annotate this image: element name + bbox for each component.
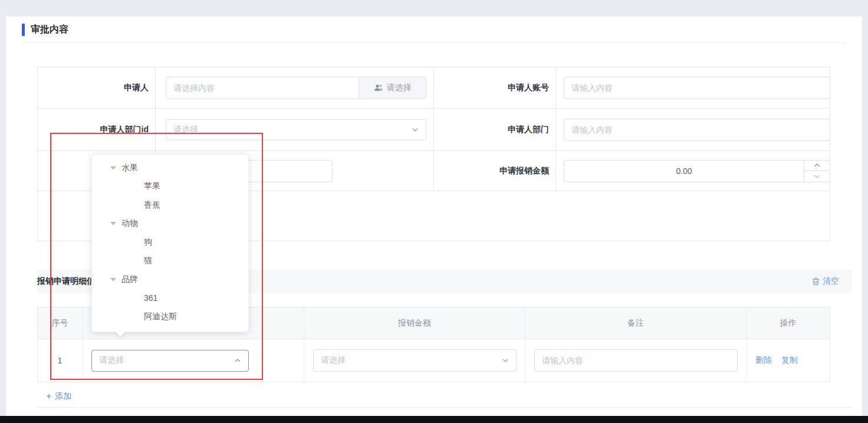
tree-node-leaf[interactable]: 苹果: [92, 178, 248, 196]
clear-button[interactable]: 清空: [812, 276, 839, 287]
title-divider: [22, 42, 846, 43]
add-row-label: 添加: [55, 391, 71, 402]
remark-input[interactable]: [534, 349, 738, 372]
bottom-dark-bar: [0, 416, 868, 423]
reimburse-amount-value[interactable]: 0.00: [564, 160, 804, 182]
column-header-operation: 操作: [747, 307, 830, 339]
tree-node-group[interactable]: 动物: [92, 215, 248, 234]
chevron-down-icon: [502, 357, 509, 364]
department-id-select[interactable]: 请选择: [166, 119, 426, 140]
delete-link[interactable]: 删除: [755, 355, 772, 366]
people-icon: [374, 84, 383, 92]
collapse-caret-icon[interactable]: [110, 278, 116, 281]
tree-node-group[interactable]: 水果: [92, 159, 248, 178]
applicant-account-input[interactable]: [564, 77, 830, 99]
amount-select-placeholder: 请选择: [321, 355, 346, 366]
chevron-up-icon: [234, 357, 241, 364]
applicant-select-button-label: 请选择: [387, 83, 412, 93]
trash-icon: [812, 277, 820, 286]
tree-node-label: 水果: [121, 163, 138, 173]
add-row-button[interactable]: + 添加: [46, 391, 71, 402]
form-row-applicant: 申请人 请选择 申请人账号: [38, 67, 830, 109]
row-index: 1: [38, 339, 83, 382]
column-header-amount: 报销金额: [304, 307, 525, 339]
plus-icon: +: [46, 392, 51, 401]
section-bottom-divider: [37, 407, 852, 408]
department-label: 申请人部门: [434, 109, 556, 150]
type-tree-select-placeholder: 请选择: [99, 355, 124, 366]
tree-node-leaf[interactable]: 猫: [92, 252, 248, 271]
applicant-select-button[interactable]: 请选择: [359, 77, 426, 99]
tree-select-dropdown: 水果 苹果 香蕉 动物 狗 猫 品牌 361 阿迪达斯: [91, 154, 249, 332]
amount-select[interactable]: 请选择: [313, 349, 517, 372]
reimburse-amount-label: 申请报销金额: [434, 151, 556, 191]
reimburse-amount-stepper: 0.00: [564, 160, 830, 182]
tree-node-leaf[interactable]: 香蕉: [92, 196, 248, 215]
title-accent-bar: [22, 24, 25, 36]
tree-node-leaf[interactable]: 狗: [92, 233, 248, 252]
department-id-label: 申请人部门id: [38, 109, 156, 150]
clear-button-label: 清空: [823, 276, 839, 287]
department-id-select-placeholder: 请选择: [173, 124, 198, 135]
tree-node-group[interactable]: 品牌: [92, 270, 248, 289]
collapse-caret-icon[interactable]: [110, 166, 116, 170]
applicant-label: 申请人: [38, 67, 156, 108]
tree-node-label: 动物: [121, 218, 138, 229]
page-title: 审批内容: [31, 24, 68, 36]
column-header-index: 序号: [38, 307, 83, 339]
tree-node-label: 品牌: [121, 274, 138, 285]
form-row-department-id: 申请人部门id 请选择 申请人部门: [38, 109, 830, 151]
table-row: 1 请选择 请选择 删除 复制: [38, 339, 830, 382]
applicant-account-label: 申请人账号: [434, 67, 556, 108]
type-tree-select[interactable]: 请选择: [91, 350, 249, 372]
chevron-down-icon: [412, 126, 419, 133]
tree-node-leaf[interactable]: 阿迪达斯: [92, 307, 248, 326]
department-input[interactable]: [564, 119, 830, 141]
applicant-picker-group: 请选择: [166, 77, 426, 99]
applicant-input[interactable]: [166, 77, 359, 99]
stepper-increase-button[interactable]: [804, 160, 830, 172]
collapse-caret-icon[interactable]: [110, 222, 116, 225]
tree-node-leaf[interactable]: 361: [92, 289, 248, 308]
stepper-decrease-button[interactable]: [804, 171, 830, 182]
column-header-remark: 备注: [525, 307, 747, 339]
copy-link[interactable]: 复制: [781, 355, 798, 366]
